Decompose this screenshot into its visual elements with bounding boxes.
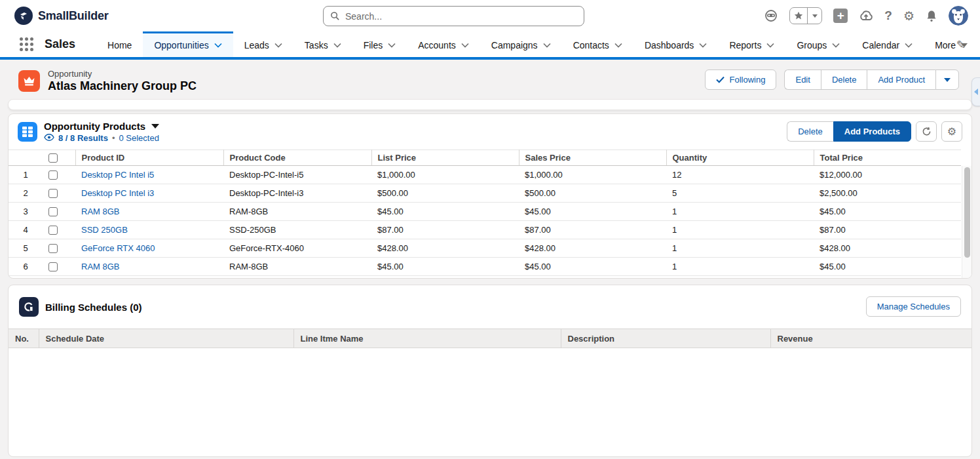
brand[interactable]: SmallBuilder: [14, 7, 109, 25]
products-table: Product IDProduct CodeList PriceSales Pr…: [9, 150, 961, 276]
cloud-upload-icon[interactable]: [859, 9, 873, 22]
product-link[interactable]: Desktop PC Intel i3: [81, 188, 154, 198]
notifications-bell-icon[interactable]: [926, 10, 937, 22]
tab-files[interactable]: Files: [352, 31, 407, 57]
quantity-cell: 1: [666, 239, 814, 258]
tab-leads[interactable]: Leads: [233, 31, 293, 57]
chevron-down-icon: [333, 43, 341, 48]
billing-section-header: Billing Schedules (0) Manage Schedules: [9, 285, 971, 329]
billing-column-header-schedule-date[interactable]: Schedule Date: [39, 329, 293, 348]
column-header-quantity[interactable]: Quantity: [666, 150, 814, 166]
checkbox-cell: [43, 258, 75, 276]
opportunity-icon: [18, 70, 40, 92]
product-link[interactable]: Desktop PC Intel i5: [81, 170, 154, 180]
product-code-cell: GeForce-RTX-4060: [223, 239, 371, 258]
checkbox-cell: [43, 239, 75, 258]
delete-button[interactable]: Delete: [821, 70, 867, 90]
total-price-cell: $45.00: [814, 258, 961, 276]
table-row: 2Desktop PC Intel i3Desktop-PC-Intel-i3$…: [9, 184, 961, 203]
einstein-icon[interactable]: [764, 9, 778, 23]
edit-button[interactable]: Edit: [784, 70, 820, 90]
app-launcher-icon[interactable]: [20, 37, 34, 52]
favorites-dropdown-icon[interactable]: [807, 8, 821, 24]
tab-campaigns[interactable]: Campaigns: [480, 31, 562, 57]
total-price-cell: $45.00: [814, 203, 961, 221]
column-header-product-id[interactable]: Product ID: [75, 150, 223, 166]
side-panel-toggle[interactable]: [971, 77, 980, 106]
column-header-list-price[interactable]: List Price: [371, 150, 519, 166]
products-section-title: Opportunity Products: [44, 121, 145, 132]
column-header-sales-price[interactable]: Sales Price: [519, 150, 666, 166]
tab-reports[interactable]: Reports: [718, 31, 785, 57]
favorites-star-icon[interactable]: [790, 8, 807, 24]
following-button[interactable]: Following: [705, 70, 777, 90]
total-price-cell: $2,500.00: [814, 184, 961, 203]
product-link[interactable]: GeForce RTX 4060: [81, 243, 155, 253]
total-price-cell: $12,000.00: [814, 166, 961, 184]
chevron-down-icon: [832, 43, 840, 48]
tab-dashboards[interactable]: Dashboards: [633, 31, 719, 57]
setup-gear-icon[interactable]: ⚙: [903, 9, 914, 23]
refresh-button[interactable]: [916, 121, 937, 142]
collapsed-detail-strip: [8, 99, 972, 110]
billing-column-header-no-[interactable]: No.: [9, 329, 39, 348]
add-product-button[interactable]: Add Product: [867, 70, 935, 90]
row-checkbox[interactable]: [48, 226, 58, 235]
user-avatar[interactable]: [949, 6, 968, 26]
billing-column-header-revenue[interactable]: Revenue: [770, 329, 971, 348]
product-link[interactable]: SSD 250GB: [81, 225, 128, 235]
search-input[interactable]: [345, 11, 561, 22]
global-actions-plus-icon[interactable]: +: [833, 9, 848, 23]
global-search[interactable]: [323, 6, 584, 26]
total-price-cell: $428.00: [814, 239, 961, 258]
check-icon: [716, 76, 725, 83]
billing-header-row: No.Schedule DateLine Itme NameDescriptio…: [9, 329, 971, 348]
manage-schedules-button[interactable]: Manage Schedules: [866, 296, 961, 317]
billing-column-header-description[interactable]: Description: [561, 329, 770, 348]
row-checkbox[interactable]: [48, 244, 58, 253]
row-checkbox[interactable]: [48, 207, 58, 216]
product-code-cell: Desktop-PC-Intel-i5: [223, 166, 371, 184]
add-products-button[interactable]: Add Products: [833, 121, 911, 142]
edit-navigation-pencil-icon[interactable]: ✎: [956, 38, 966, 52]
billing-column-header-line-itme-name[interactable]: Line Itme Name: [293, 329, 561, 348]
product-link[interactable]: RAM 8GB: [81, 207, 120, 216]
row-checkbox[interactable]: [48, 189, 58, 198]
tab-groups[interactable]: Groups: [785, 31, 851, 57]
list-price-cell: $87.00: [371, 221, 519, 239]
table-scrollbar[interactable]: [962, 166, 971, 279]
products-header-row: Product IDProduct CodeList PriceSales Pr…: [9, 150, 961, 166]
checkbox-cell: [43, 203, 75, 221]
global-header: SmallBuilder + ? ⚙: [0, 0, 980, 31]
tab-accounts[interactable]: Accounts: [407, 31, 480, 57]
list-price-cell: $1,000.00: [371, 166, 519, 184]
more-actions-dropdown[interactable]: [935, 70, 959, 90]
tab-calendar[interactable]: Calendar: [851, 31, 924, 57]
list-settings-gear-icon[interactable]: ⚙: [941, 121, 962, 142]
quantity-cell: 1: [666, 258, 814, 276]
select-all-checkbox[interactable]: [43, 150, 75, 166]
app-name[interactable]: Sales: [45, 37, 75, 51]
tab-more[interactable]: More: [924, 31, 979, 57]
list-view-dropdown-icon[interactable]: [151, 124, 159, 129]
row-checkbox[interactable]: [48, 262, 58, 271]
product-link[interactable]: RAM 8GB: [81, 262, 120, 271]
rownum-header: [9, 150, 43, 166]
scrollbar-thumb[interactable]: [964, 167, 970, 258]
row-checkbox[interactable]: [48, 170, 58, 180]
column-header-total-price[interactable]: Total Price: [814, 150, 961, 166]
tab-contacts[interactable]: Contacts: [562, 31, 633, 57]
help-icon[interactable]: ?: [884, 9, 892, 23]
tab-home[interactable]: Home: [96, 31, 143, 57]
quantity-cell: 5: [666, 184, 814, 203]
sales-price-cell: $500.00: [519, 184, 666, 203]
tab-tasks[interactable]: Tasks: [293, 31, 352, 57]
products-delete-button[interactable]: Delete: [787, 121, 833, 142]
column-header-product-code[interactable]: Product Code: [223, 150, 371, 166]
chevron-down-icon: [905, 43, 913, 48]
tab-opportunities[interactable]: Opportunities: [143, 31, 233, 57]
brand-logo-icon: [14, 7, 33, 25]
selected-count: 0 Selected: [119, 133, 159, 143]
record-title: Atlas Machinery Group PC: [48, 79, 197, 93]
table-row: 3RAM 8GBRAM-8GB$45.00$45.001$45.00: [9, 203, 961, 221]
